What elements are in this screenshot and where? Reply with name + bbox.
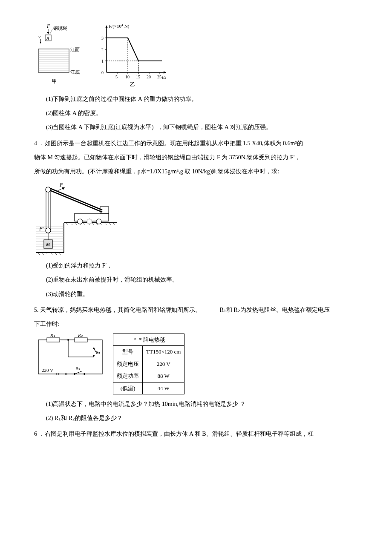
xtick-10: 10 [125, 75, 130, 79]
nameplate-r2-value: 88 W [143, 370, 184, 382]
block-m-label: M [46, 242, 50, 247]
svg-point-66 [87, 219, 92, 224]
xtick-5: 5 [115, 75, 118, 79]
bottom-label: 江底 [70, 69, 80, 75]
nameplate-r0-value: TT150×120 cm [143, 346, 184, 358]
nameplate-r3-label: (低温) [113, 382, 143, 394]
chart-ylabel: F/(×10⁴ N) [109, 23, 130, 29]
force-f-top: F [59, 181, 63, 188]
nameplate-r1-value: 220 V [143, 358, 184, 370]
svg-rect-81 [47, 338, 60, 342]
circuit-diagram: R₁ R₂ S₂ 220 V S₁ [34, 334, 107, 380]
nameplate-r3-value: 44 W [143, 382, 184, 394]
q-sub-1: (1)下降到江底之前的过程中圆柱体 A 的重力做功的功率。 [34, 94, 358, 104]
s1-label: S₁ [76, 366, 80, 371]
xtick-25: 25 [157, 75, 161, 79]
svg-rect-82 [75, 338, 87, 342]
nameplate-table: ＊＊牌电热毯 型号 TT150×120 cm 额定电压 220 V 额定功率 8… [113, 334, 184, 394]
nameplate-r0-label: 型号 [113, 346, 143, 358]
ytick-0: 0 [101, 70, 104, 75]
block-a-label: A [46, 36, 49, 40]
r2-label: R₂ [78, 334, 83, 338]
chart-force-time: F/(×10⁴ N) t/s 0 1 2 3 5 10 15 20 25 乙 [94, 21, 170, 89]
svg-rect-6 [38, 49, 69, 72]
diagram-cylinder: F v 钢缆绳 A 江面 江底 [34, 21, 85, 89]
q4-s3: (3)动滑轮的重。 [34, 289, 358, 299]
nameplate-r2-label: 额定功率 [113, 370, 143, 382]
svg-marker-18 [164, 71, 166, 74]
r1-label: R₁ [50, 334, 55, 338]
svg-point-90 [67, 339, 69, 341]
svg-line-4 [50, 29, 52, 34]
svg-point-65 [78, 219, 83, 224]
svg-point-96 [84, 373, 85, 375]
svg-line-70 [49, 190, 102, 212]
q5-s1: (1)高温状态下，电路中的电流是多少？加热 10min,电路消耗的电能是多少 ？ [34, 399, 358, 409]
surface-label: 江面 [70, 47, 80, 52]
crane-figure: F F' M [34, 180, 358, 257]
svg-marker-1 [47, 32, 49, 34]
svg-marker-3 [40, 42, 41, 43]
ytick-2: 2 [101, 47, 104, 52]
caption-left: 甲 [52, 78, 57, 84]
xtick-20: 20 [147, 75, 151, 79]
voltage-label: 220 V [42, 368, 53, 373]
svg-point-71 [46, 187, 51, 192]
q6-line1: 6 ．右图是利用电子秤监控水库水位的模拟装置，由长方体 A 和 B、滑轮组、轻质… [34, 428, 358, 439]
svg-point-77 [46, 228, 51, 233]
force-f-bottom: F' [39, 226, 43, 232]
q-sub-3: (3)当圆柱体 A 下降到江底(江底视为水平），卸下钢缆绳后，圆柱体 A 对江底… [34, 122, 358, 132]
figure-row-1: F v 钢缆绳 A 江面 江底 [34, 21, 358, 89]
crane-svg: F F' M [34, 180, 119, 257]
q4-s2: (2)重物在未出水前被提升时，滑轮组的机械效率。 [34, 274, 358, 285]
s2-label: S₂ [96, 350, 100, 355]
q4-line1: 4 ．如图所示是一台起重机在长江边工作的示意图。现在用此起重机从水中把重 1.5… [34, 138, 358, 149]
velocity-label: v [38, 34, 40, 39]
q5-line1a: 5. 天气转凉，妈妈买来电热毯，其简化电路图和铭牌如图所示。 [34, 307, 201, 313]
cylinder-svg: F v 钢缆绳 A 江面 江底 [34, 21, 85, 89]
chart-svg: F/(×10⁴ N) t/s 0 1 2 3 5 10 15 20 25 乙 [94, 21, 170, 89]
svg-marker-20 [105, 26, 108, 28]
q4-line3: 所做的功为有用功。(不计摩擦和绳重，ρ水=1.0X15g/m³,g 取 10N/… [34, 166, 358, 177]
ytick-1: 1 [101, 59, 104, 63]
q4-s1: (1)受到的浮力和拉力 F'， [34, 260, 358, 271]
q-sub-2: (2)圆柱体 A 的密度。 [34, 108, 358, 118]
q5-line1: 5. 天气转凉，妈妈买来电热毯，其简化电路图和铭牌如图所示。 R₁和 R₂为发热… [34, 305, 358, 315]
circuit-svg: R₁ R₂ S₂ 220 V S₁ [34, 334, 107, 380]
q5-line2: 下工作时: [34, 319, 358, 329]
force-label: F [46, 23, 50, 29]
ytick-3: 3 [101, 36, 104, 40]
q5-line1b: R₁和 R₂为发热电阻丝。电热毯在额定电压 [220, 305, 330, 315]
caption-right: 乙 [130, 81, 135, 87]
circuit-nameplate-row: R₁ R₂ S₂ 220 V S₁ [34, 334, 358, 394]
q5-s2: (2) R₁和 R₂的阻值各是多少？ [34, 413, 358, 423]
nameplate-r1-label: 额定电压 [113, 358, 143, 370]
nameplate-title: ＊＊牌电热毯 [113, 334, 184, 346]
svg-line-69 [49, 188, 102, 210]
q4-line2: 物体 M 匀速提起。已知物体在水面下时，滑轮组的钢丝绳自由端拉力 F 为 375… [34, 152, 358, 163]
chart-xlabel: t/s [162, 75, 166, 80]
cable-label: 钢缆绳 [53, 26, 67, 31]
xtick-15: 15 [136, 75, 140, 79]
svg-point-67 [96, 219, 101, 224]
